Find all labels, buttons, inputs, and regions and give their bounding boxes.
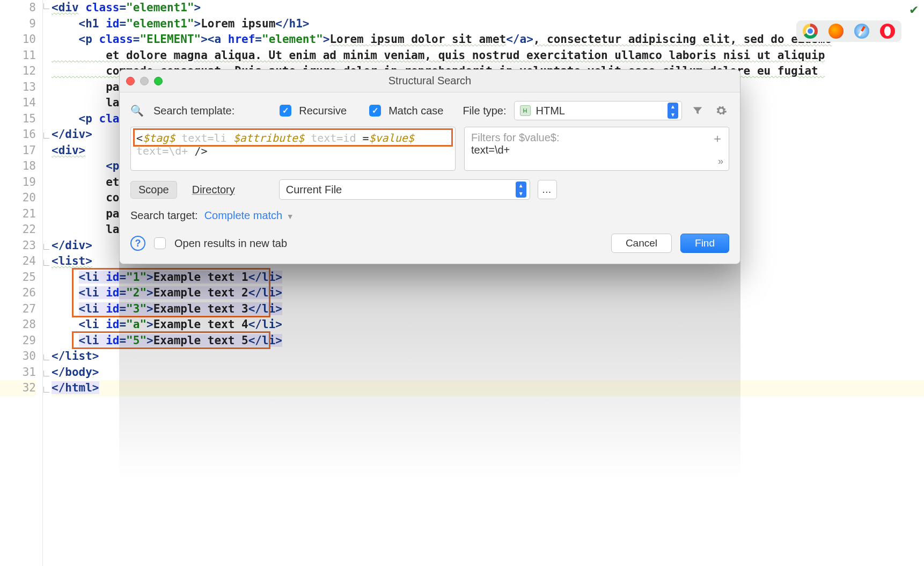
scope-value: Current File xyxy=(286,184,342,196)
tpl-hint-tag: text=li xyxy=(175,132,233,144)
search-target-value[interactable]: Complete match ▼ xyxy=(204,209,294,222)
structural-search-dialog: Structural Search 🔍 Search template: ✓ R… xyxy=(119,69,740,264)
recursive-label: Recursive xyxy=(299,105,347,117)
stepper-icon[interactable]: ▲▼ xyxy=(668,103,678,119)
scope-button[interactable]: Scope xyxy=(130,181,177,199)
tpl-eq: = xyxy=(362,132,369,144)
chrome-icon[interactable] xyxy=(803,24,818,39)
chevron-down-icon: ▼ xyxy=(287,212,294,221)
inspection-ok-icon: ✔ xyxy=(909,3,919,17)
line-number-gutter: 8910111213141516171819202122232425262728… xyxy=(0,0,43,566)
directory-button[interactable]: Directory xyxy=(185,182,243,198)
search-template-label: Search template: xyxy=(153,105,234,117)
search-target-label: Search target: xyxy=(130,209,198,222)
filter-icon[interactable] xyxy=(690,103,706,119)
dialog-titlebar[interactable]: Structural Search xyxy=(120,70,740,92)
open-new-tab-label: Open results in new tab xyxy=(174,237,287,250)
expand-filters-icon[interactable]: » xyxy=(718,156,723,167)
file-type-label: File type: xyxy=(463,105,506,117)
search-template-input[interactable]: <$tag$ text=li $attribute$ text=id =$val… xyxy=(130,127,456,171)
help-icon[interactable]: ? xyxy=(130,236,145,251)
html-file-icon: H xyxy=(520,105,531,116)
recursive-checkbox[interactable]: ✓ xyxy=(280,105,291,117)
dialog-title: Structural Search xyxy=(120,75,740,87)
scope-select[interactable]: Current File ▲▼ xyxy=(279,179,530,200)
tpl-open: < xyxy=(136,132,143,144)
filters-label: Filters for $value$: xyxy=(471,132,722,144)
file-type-select[interactable]: H HTML ▲▼ xyxy=(514,101,682,120)
cancel-button[interactable]: Cancel xyxy=(611,234,672,253)
match-case-label: Match case xyxy=(388,105,443,117)
tpl-close: /> xyxy=(194,144,207,157)
add-filter-icon[interactable]: ＋ xyxy=(712,130,723,147)
filters-panel[interactable]: Filters for $value$: text=\d+ ＋ » xyxy=(464,127,729,171)
opera-icon[interactable] xyxy=(880,24,895,39)
file-type-value: HTML xyxy=(536,105,565,117)
tpl-hint-attr: text=id xyxy=(304,132,362,144)
gear-icon[interactable] xyxy=(713,103,729,119)
tpl-var-attribute: $attribute$ xyxy=(233,132,304,144)
match-case-checkbox[interactable]: ✓ xyxy=(369,105,381,117)
filters-value: text=\d+ xyxy=(471,144,722,156)
tpl-hint-val: text=\d+ xyxy=(136,144,194,157)
find-button[interactable]: Find xyxy=(680,234,729,253)
browser-preview-toolbar xyxy=(796,20,901,42)
tpl-var-value: $value$ xyxy=(369,132,414,144)
browse-scope-button[interactable]: … xyxy=(538,180,557,199)
stepper-icon[interactable]: ▲▼ xyxy=(516,182,526,198)
safari-icon[interactable] xyxy=(854,24,869,39)
tpl-var-tag: $tag$ xyxy=(143,132,175,144)
fold-column xyxy=(43,0,50,566)
firefox-icon[interactable] xyxy=(828,24,844,39)
open-new-tab-checkbox[interactable] xyxy=(154,237,166,249)
search-icon[interactable]: 🔍 xyxy=(130,104,144,117)
